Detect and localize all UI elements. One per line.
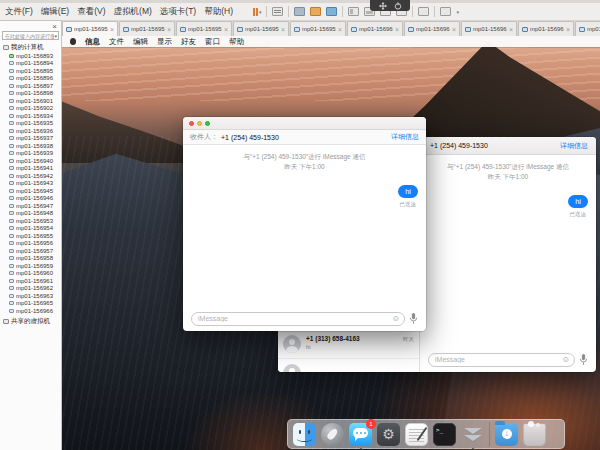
tree-node-vm[interactable]: mp01-156894: [0, 60, 61, 68]
details-link[interactable]: 详细信息: [391, 132, 419, 142]
tree-node-vm[interactable]: mp01-156935: [0, 120, 61, 128]
tab-close-icon[interactable]: [395, 26, 399, 33]
vm-tab[interactable]: mp01-15: [575, 21, 600, 36]
tree-node-vm[interactable]: mp01-156946: [0, 195, 61, 203]
vmware-menu-item[interactable]: 帮助(H): [204, 6, 233, 18]
vmware-menu-item[interactable]: 文件(F): [5, 6, 33, 18]
vm-tab[interactable]: mp01-156958: [233, 21, 289, 36]
manage-snapshots-icon[interactable]: [326, 7, 337, 16]
tree-node-vm[interactable]: mp01-156954: [0, 225, 61, 233]
tree-node-vm[interactable]: mp01-156901: [0, 97, 61, 105]
tree-node-vm[interactable]: mp01-156938: [0, 142, 61, 150]
tree-node-vm[interactable]: mp01-156940: [0, 157, 61, 165]
macos-menu-item[interactable]: 编辑: [133, 37, 148, 47]
system-preferences-icon[interactable]: ⚙: [377, 423, 400, 446]
vm-console-screen[interactable]: 信息文件编辑显示好友窗口帮助 +1 (254) 459-1530 详细信息 +1…: [62, 36, 600, 450]
vm-tab[interactable]: mp01-156963: [518, 21, 574, 36]
vmware-menu-item[interactable]: 选项卡(T): [160, 6, 196, 18]
tab-close-icon[interactable]: [509, 26, 513, 33]
suspend-button[interactable]: ▾: [253, 8, 262, 16]
layout-icon[interactable]: [440, 7, 451, 16]
tree-node-vm[interactable]: mp01-156956: [0, 240, 61, 248]
tree-node-vm[interactable]: mp01-156945: [0, 187, 61, 195]
tab-close-icon[interactable]: [566, 26, 570, 33]
tree-node-vm[interactable]: mp01-156896: [0, 75, 61, 83]
library-search-input[interactable]: 在此处键入内容进行搜索 ▾: [2, 31, 59, 40]
tab-close-icon[interactable]: [338, 26, 342, 33]
vm-tab[interactable]: mp01-156957: [176, 21, 232, 36]
vmware-menu-item[interactable]: 虚拟机(M): [114, 6, 152, 18]
trash-icon[interactable]: [523, 423, 546, 446]
message-input[interactable]: [192, 313, 404, 325]
tree-node-vm[interactable]: mp01-156966: [0, 307, 61, 315]
tree-node-vm[interactable]: mp01-156955: [0, 232, 61, 240]
macos-menu-item[interactable]: 窗口: [205, 37, 220, 47]
tab-close-icon[interactable]: [224, 26, 228, 33]
macos-menu-item[interactable]: 文件: [109, 37, 124, 47]
tree-node-vm[interactable]: mp01-156898: [0, 90, 61, 98]
macos-menu-item[interactable]: 帮助: [229, 37, 244, 47]
finder-icon[interactable]: [293, 423, 316, 446]
send-ctrl-alt-del-icon[interactable]: [272, 7, 283, 16]
show-library-icon[interactable]: [348, 7, 359, 16]
tree-node-my-computer[interactable]: 我的计算机: [0, 43, 61, 52]
messages-app-icon[interactable]: 1: [349, 423, 372, 446]
apple-menu-icon[interactable]: [70, 38, 76, 45]
vm-tab[interactable]: mp01-156956: [119, 21, 175, 36]
launchpad-icon[interactable]: [321, 423, 344, 446]
tab-close-icon[interactable]: [110, 26, 114, 33]
tree-node-vm[interactable]: mp01-156961: [0, 277, 61, 285]
close-button[interactable]: [189, 121, 194, 126]
downloads-folder-icon[interactable]: ↓: [495, 423, 518, 446]
console-view-icon[interactable]: [418, 7, 429, 16]
zoom-button[interactable]: [205, 121, 210, 126]
vm-tab[interactable]: mp01-156955: [62, 21, 118, 36]
library-close-icon[interactable]: ×: [0, 21, 61, 30]
vmware-menu-item[interactable]: 查看(V): [77, 6, 105, 18]
minimize-button[interactable]: [197, 121, 202, 126]
terminal-icon[interactable]: >_: [433, 423, 456, 446]
chevron-down-icon[interactable]: ▾: [456, 9, 459, 15]
tab-close-icon[interactable]: [452, 26, 456, 33]
tree-node-vm[interactable]: mp01-156939: [0, 150, 61, 158]
vm-tab[interactable]: mp01-156959: [290, 21, 346, 36]
take-snapshot-icon[interactable]: [294, 7, 305, 16]
tree-node-vm[interactable]: mp01-156947: [0, 202, 61, 210]
tree-node-vm[interactable]: mp01-156965: [0, 300, 61, 308]
tree-node-vm[interactable]: mp01-156943: [0, 180, 61, 188]
dictation-mic-icon[interactable]: [579, 353, 588, 366]
tree-node-shared-vms[interactable]: 共享的虚拟机: [0, 317, 61, 326]
dictation-mic-icon[interactable]: [409, 312, 418, 325]
tree-node-vm[interactable]: mp01-156934: [0, 112, 61, 120]
vmware-menu-item[interactable]: 编辑(E): [41, 6, 69, 18]
chevron-down-icon[interactable]: ▾: [259, 9, 262, 15]
emoji-picker-icon[interactable]: ☺: [392, 315, 400, 323]
tree-node-vm[interactable]: mp01-156962: [0, 285, 61, 293]
installer-icon[interactable]: [461, 423, 484, 446]
tree-node-vm[interactable]: mp01-156902: [0, 105, 61, 113]
tree-node-vm[interactable]: mp01-156893: [0, 52, 61, 60]
tab-close-icon[interactable]: [281, 26, 285, 33]
emoji-picker-icon[interactable]: ☺: [562, 356, 570, 364]
tree-node-vm[interactable]: mp01-156941: [0, 165, 61, 173]
tree-node-vm[interactable]: mp01-156942: [0, 172, 61, 180]
messages-window-front[interactable]: 收件人： +1 (254) 459-1530 详细信息 与“+1 (254) 4…: [183, 117, 426, 331]
macos-menu-item[interactable]: 显示: [157, 37, 172, 47]
tree-node-vm[interactable]: mp01-156957: [0, 247, 61, 255]
textedit-icon[interactable]: [405, 423, 428, 446]
conversation-row-partial[interactable]: [278, 360, 419, 372]
vm-tab[interactable]: mp01-156961: [404, 21, 460, 36]
tree-node-vm[interactable]: mp01-156953: [0, 217, 61, 225]
remote-control-overlay[interactable]: [370, 0, 410, 11]
macos-menu-item[interactable]: 信息: [85, 37, 100, 47]
macos-menu-item[interactable]: 好友: [181, 37, 196, 47]
tree-node-vm[interactable]: mp01-156960: [0, 270, 61, 278]
vm-tab[interactable]: mp01-156960: [347, 21, 403, 36]
message-input[interactable]: [429, 354, 574, 366]
tree-node-vm[interactable]: mp01-156963: [0, 292, 61, 300]
revert-snapshot-icon[interactable]: [310, 7, 321, 16]
tree-node-vm[interactable]: mp01-156895: [0, 67, 61, 75]
tree-node-vm[interactable]: mp01-156948: [0, 210, 61, 218]
conversation-row[interactable]: +1 (313) 658-4163昨天 hi: [278, 331, 419, 359]
tree-node-vm[interactable]: mp01-156959: [0, 262, 61, 270]
